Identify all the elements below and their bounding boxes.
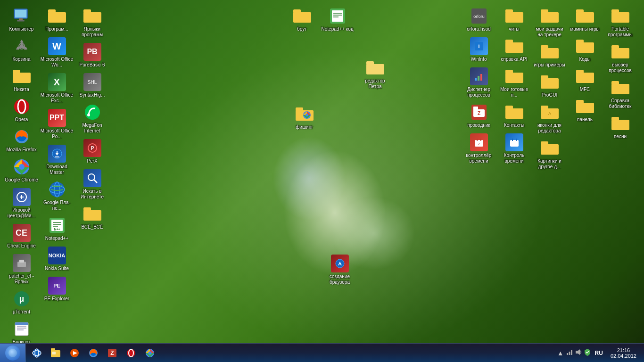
icon-api-help[interactable]: справка API — [496, 35, 532, 64]
icon-chitat[interactable]: читы — [496, 5, 532, 34]
icon-songs[interactable]: песни — [603, 112, 638, 141]
svg-marker-150 — [576, 349, 580, 355]
svg-rect-118 — [576, 73, 594, 83]
icon-notepadpp-kod[interactable]: Notepad++ код — [320, 5, 355, 34]
icon-nokia[interactable]: NOKIA Nokia Suite — [39, 244, 74, 273]
icon-cheat-engine[interactable]: CE Cheat Engine — [4, 222, 39, 251]
icon-panel[interactable]: панель — [567, 95, 603, 124]
tray-volume[interactable] — [575, 348, 582, 357]
desktop-icons-area: Компьютер Корзина Никита — [0, 0, 644, 343]
icon-portable[interactable]: Portable программы — [603, 5, 638, 40]
svg-rect-40 — [48, 9, 56, 13]
svg-text:N++: N++ — [54, 228, 60, 231]
svg-rect-6 — [13, 70, 20, 74]
icon-utorrent[interactable]: µ µTorrent — [4, 288, 39, 317]
icon-time-control[interactable]: Контроль времени — [496, 131, 532, 166]
icon-download-master[interactable]: Download Master — [39, 142, 74, 177]
svg-rect-148 — [569, 352, 570, 355]
tray-network[interactable] — [566, 348, 573, 357]
icon-viewer[interactable]: вьювер процессов — [603, 41, 638, 75]
icon-dispatcher[interactable]: Диспетчер процессов — [461, 65, 496, 100]
icon-contacts[interactable]: Контакты — [496, 101, 532, 130]
svg-text:µ: µ — [19, 294, 24, 304]
taskbar-zoner[interactable]: Z — [104, 345, 121, 362]
icon-all-all[interactable]: ВСЁ_ВСЁ — [74, 203, 110, 232]
icon-google-earth[interactable]: Google Пла­не... — [39, 178, 74, 213]
taskbar-explorer[interactable] — [47, 345, 64, 362]
icon-nikita[interactable]: Никита — [4, 65, 39, 94]
svg-rect-96 — [505, 73, 523, 83]
icon-progui[interactable]: ProGUI — [532, 71, 567, 100]
icon-computer[interactable]: Компьютер — [4, 5, 39, 34]
icon-create-browser[interactable]: создание браузера — [322, 252, 357, 287]
taskbar-chrome[interactable] — [141, 345, 158, 362]
icon-programs[interactable]: Програм... — [39, 5, 74, 34]
icon-ms-excel[interactable]: X Microsoft Office Exc... — [39, 71, 74, 106]
svg-rect-107 — [541, 78, 559, 89]
icon-syntax[interactable]: SHL SyntaxHig... — [74, 71, 110, 100]
icon-brut[interactable]: брут — [284, 5, 320, 34]
svg-rect-108 — [541, 75, 548, 79]
svg-rect-99 — [505, 106, 513, 109]
icon-my-torrents[interactable]: мои раздачи на трекере — [532, 5, 567, 40]
icon-purebasic6[interactable]: PB PureBasic 6 — [74, 41, 110, 70]
icon-ms-pp[interactable]: PPT Microsoft Office Po... — [39, 107, 74, 141]
icon-moms-games[interactable]: мамины игры — [567, 5, 603, 34]
svg-point-13 — [19, 164, 25, 170]
svg-rect-23 — [15, 322, 28, 325]
icon-chrome-1[interactable]: Google Chrome — [4, 156, 39, 185]
icon-editor-petra[interactable]: редактор Петра — [357, 57, 393, 91]
icon-megafon[interactable]: MegaFon Internet — [74, 101, 110, 136]
taskbar-clock[interactable]: 21:16 02.04.2012 — [607, 347, 640, 359]
icon-phishing[interactable]: фишинг — [287, 103, 322, 132]
clock-date: 02.04.2012 — [611, 353, 636, 359]
icon-icons-editor[interactable]: A иконки для редактора — [532, 101, 567, 136]
svg-rect-121 — [576, 100, 584, 104]
svg-rect-104 — [541, 9, 548, 13]
icon-shortcuts-folder[interactable]: Ярлыки программ — [74, 5, 110, 40]
tray-expand[interactable]: ▲ — [557, 349, 564, 357]
svg-text:Z: Z — [478, 142, 480, 146]
icon-pe-explorer[interactable]: PE PE Explorer — [39, 274, 74, 304]
icon-notepad-app[interactable]: Блокнот — [4, 318, 39, 343]
icon-ms-word[interactable]: W Microsoft Office Wo... — [39, 35, 74, 70]
icon-ready-programs[interactable]: Мои готовые п... — [496, 65, 532, 100]
taskbar-ie[interactable] — [28, 345, 45, 362]
icon-recycle[interactable]: Корзина — [4, 35, 39, 64]
svg-rect-124 — [611, 48, 629, 58]
icon-games-examples[interactable]: игры примеры — [532, 41, 567, 70]
icon-firefox[interactable]: Mozilla Firefox — [4, 125, 39, 155]
icon-wininfo[interactable]: i WinInfo — [461, 35, 496, 64]
icon-ctrl-time[interactable]: Z контроллёр времени — [461, 131, 496, 166]
icon-pictures-other[interactable]: Картинки и другое д... — [532, 137, 567, 172]
svg-text:Z: Z — [477, 111, 480, 116]
icon-opera[interactable]: Opera — [4, 95, 39, 124]
svg-text:orforu: orforu — [473, 14, 485, 19]
svg-rect-39 — [48, 12, 66, 23]
icon-orforu[interactable]: orforu orforu.hsod — [461, 5, 496, 34]
icon-perx[interactable]: P PerX — [74, 137, 110, 166]
icon-library-help[interactable]: Справка библиотек — [603, 76, 638, 111]
icon-game-center[interactable]: Игровой центр@Ма... — [4, 186, 39, 221]
icon-codes[interactable]: Коды — [567, 35, 603, 64]
svg-rect-52 — [83, 12, 101, 23]
taskbar-media[interactable] — [66, 345, 83, 362]
icon-patcher[interactable]: patcher_cf - Ярлык — [4, 252, 39, 287]
start-button[interactable] — [0, 344, 25, 362]
svg-rect-62 — [293, 12, 311, 23]
tray-security[interactable] — [584, 348, 591, 357]
taskbar-lang[interactable]: RU — [593, 350, 605, 356]
svg-rect-126 — [611, 84, 629, 94]
clock-time: 21:16 — [617, 347, 630, 353]
icon-mfc[interactable]: MFC — [567, 65, 603, 94]
svg-rect-87 — [473, 107, 478, 110]
icon-conductor[interactable]: Z проводник — [461, 101, 496, 130]
svg-rect-61 — [83, 207, 91, 211]
taskbar-opera[interactable] — [123, 345, 140, 362]
svg-rect-74 — [366, 64, 384, 74]
taskbar-firefox[interactable] — [85, 345, 102, 362]
svg-rect-81 — [475, 78, 477, 81]
icon-search-internet[interactable]: Искать в Интернете — [74, 167, 110, 202]
icon-notepadpp-2[interactable]: N++ Notepad++ — [39, 214, 74, 243]
svg-rect-115 — [576, 9, 584, 13]
